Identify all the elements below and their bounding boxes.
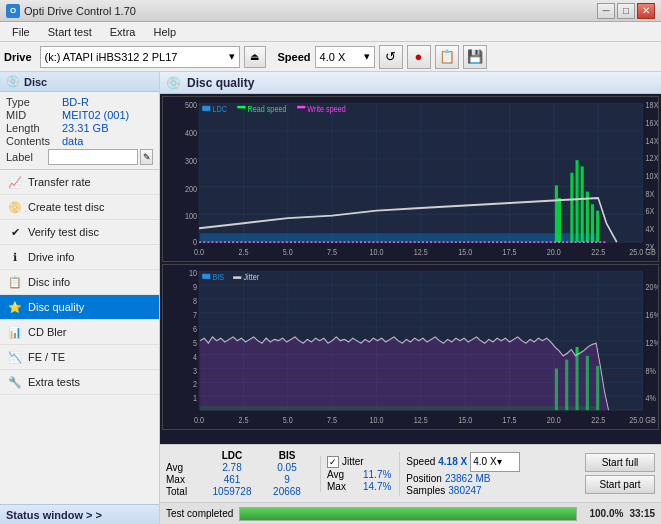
speed-label-text: Speed <box>406 456 435 467</box>
stats-bis-header: BIS <box>262 450 312 461</box>
position-label: Position <box>406 473 442 484</box>
svg-text:9: 9 <box>193 283 197 293</box>
speed-value: 4.0 X <box>320 51 346 63</box>
transfer-rate-label: Transfer rate <box>28 176 91 188</box>
speed-selector[interactable]: 4.0 X ▾ <box>315 46 375 68</box>
jitter-label: Jitter <box>342 456 364 467</box>
window-controls: ─ □ ✕ <box>597 3 655 19</box>
create-test-disc-label: Create test disc <box>28 201 104 213</box>
svg-text:LDC: LDC <box>213 104 228 114</box>
sidebar-item-fe-te[interactable]: 📉 FE / TE <box>0 345 159 370</box>
svg-text:10: 10 <box>189 269 197 279</box>
maximize-button[interactable]: □ <box>617 3 635 19</box>
label-row: Label ✎ <box>6 149 153 165</box>
disc-type-val: BD-R <box>62 96 89 108</box>
menubar: File Start test Extra Help <box>0 22 661 42</box>
svg-text:4: 4 <box>193 352 197 362</box>
svg-text:12.5: 12.5 <box>414 247 428 257</box>
svg-rect-51 <box>200 233 597 242</box>
svg-text:300: 300 <box>185 156 197 166</box>
svg-text:16X: 16X <box>646 118 658 128</box>
disc-length-val: 23.31 GB <box>62 122 108 134</box>
svg-text:7.5: 7.5 <box>327 247 337 257</box>
jitter-checkbox[interactable]: ✓ <box>327 456 339 468</box>
svg-text:4%: 4% <box>646 394 656 404</box>
label-key: Label <box>6 151 48 163</box>
svg-text:BIS: BIS <box>213 273 225 283</box>
menu-extra[interactable]: Extra <box>102 24 144 40</box>
drive-value: (k:) ATAPI iHBS312 2 PL17 <box>45 51 229 63</box>
copy-button[interactable]: 📋 <box>435 45 459 69</box>
transfer-rate-icon: 📈 <box>8 175 22 189</box>
eject-button[interactable]: ⏏ <box>244 46 266 68</box>
start-full-button[interactable]: Start full <box>585 453 655 472</box>
drive-selector[interactable]: (k:) ATAPI iHBS312 2 PL17 ▾ <box>40 46 240 68</box>
top-chart-svg: 500 400 300 200 100 0 18X 16X 14X 12X 10… <box>163 97 658 261</box>
status-window-button[interactable]: Status window > > <box>0 504 159 524</box>
disc-contents-val: data <box>62 135 83 147</box>
svg-rect-54 <box>570 173 573 242</box>
svg-text:5: 5 <box>193 338 197 348</box>
svg-text:12.5: 12.5 <box>414 415 428 425</box>
stats-total-label: Total <box>166 486 202 497</box>
jitter-max-row: Max 14.7% <box>327 481 391 492</box>
disc-section-label: Disc <box>24 76 47 88</box>
start-part-button[interactable]: Start part <box>585 475 655 494</box>
drivebar: Drive (k:) ATAPI iHBS312 2 PL17 ▾ ⏏ Spee… <box>0 42 661 72</box>
svg-text:12%: 12% <box>646 338 658 348</box>
svg-text:4X: 4X <box>646 224 655 234</box>
menu-start-test[interactable]: Start test <box>40 24 100 40</box>
sidebar-item-cd-bler[interactable]: 📊 CD Bler <box>0 320 159 345</box>
fe-te-icon: 📉 <box>8 350 22 364</box>
close-button[interactable]: ✕ <box>637 3 655 19</box>
stats-table: LDC BIS Avg 2.78 0.05 Max 461 9 Total 10… <box>166 450 312 497</box>
progress-fill <box>240 508 576 520</box>
sidebar-item-disc-quality[interactable]: ⭐ Disc quality <box>0 295 159 320</box>
refresh-button[interactable]: ↺ <box>379 45 403 69</box>
disc-type-key: Type <box>6 96 62 108</box>
sidebar-item-drive-info[interactable]: ℹ Drive info <box>0 245 159 270</box>
action-buttons: Start full Start part <box>585 453 655 494</box>
cd-bler-label: CD Bler <box>28 326 67 338</box>
jitter-avg-val: 11.7% <box>363 469 391 480</box>
sidebar-item-extra-tests[interactable]: 🔧 Extra tests <box>0 370 159 395</box>
svg-text:20.0: 20.0 <box>547 415 561 425</box>
app-icon: O <box>6 4 20 18</box>
speed-row: Speed 4.18 X 4.0 X ▾ <box>406 452 520 472</box>
disc-quality-icon: ⭐ <box>8 300 22 314</box>
label-input[interactable] <box>48 149 138 165</box>
record-button[interactable]: ● <box>407 45 431 69</box>
label-edit-button[interactable]: ✎ <box>140 149 153 165</box>
time-value: 33:15 <box>629 508 655 519</box>
disc-quality-label: Disc quality <box>28 301 84 313</box>
svg-text:18X: 18X <box>646 101 658 111</box>
status-text: Test completed <box>166 508 233 519</box>
svg-text:14X: 14X <box>646 136 658 146</box>
sidebar-item-create-test-disc[interactable]: 📀 Create test disc <box>0 195 159 220</box>
save-button[interactable]: 💾 <box>463 45 487 69</box>
disc-section-icon: 💿 <box>6 75 20 88</box>
svg-text:6X: 6X <box>646 207 655 217</box>
svg-text:10.0: 10.0 <box>369 415 383 425</box>
speed-section: Speed 4.18 X 4.0 X ▾ Position 23862 MB S… <box>399 452 520 496</box>
svg-text:2.5: 2.5 <box>238 247 248 257</box>
svg-text:3: 3 <box>193 366 197 376</box>
svg-text:15.0: 15.0 <box>458 415 472 425</box>
sidebar-item-transfer-rate[interactable]: 📈 Transfer rate <box>0 170 159 195</box>
sidebar-item-disc-info[interactable]: 📋 Disc info <box>0 270 159 295</box>
main-area: 💿 Disc Type BD-R MID MEIT02 (001) Length… <box>0 72 661 524</box>
progress-pct: 100.0% <box>583 508 623 519</box>
stats-ldc-header: LDC <box>202 450 262 461</box>
sidebar-item-verify-test-disc[interactable]: ✔ Verify test disc <box>0 220 159 245</box>
menu-file[interactable]: File <box>4 24 38 40</box>
minimize-button[interactable]: ─ <box>597 3 615 19</box>
jitter-header: ✓ Jitter <box>327 456 391 468</box>
stats-col0 <box>166 450 202 461</box>
speed-dropdown-val: 4.0 X <box>473 456 496 467</box>
svg-text:20%: 20% <box>646 283 658 293</box>
speed-dropdown[interactable]: 4.0 X ▾ <box>470 452 520 472</box>
svg-text:500: 500 <box>185 101 197 111</box>
bottom-chart-svg: 10 9 8 7 6 5 4 3 2 1 20% 16% 12% 8% 4% <box>163 265 658 429</box>
svg-text:2: 2 <box>193 380 197 390</box>
menu-help[interactable]: Help <box>145 24 184 40</box>
